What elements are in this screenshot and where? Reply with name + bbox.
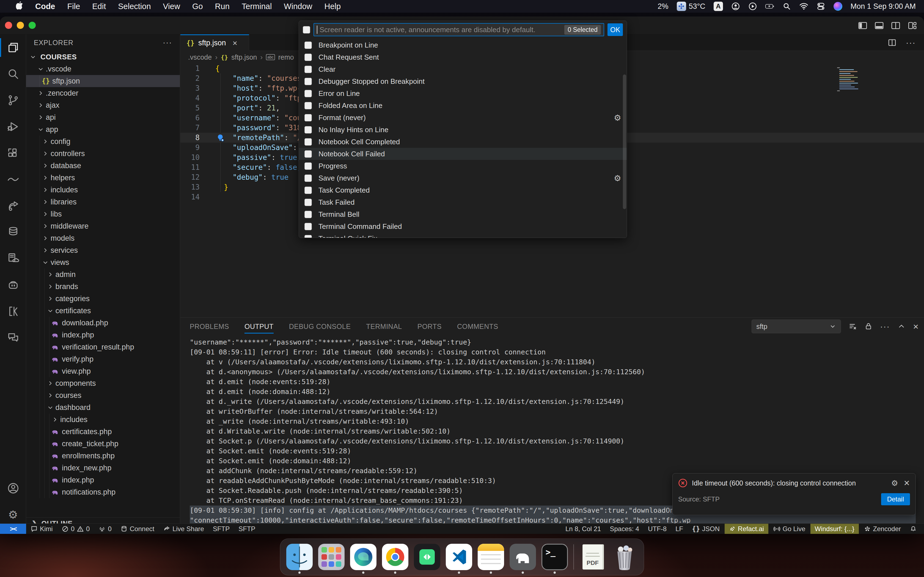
menu-item[interactable]: Terminal [236,2,278,11]
activity-explorer-icon[interactable] [0,34,26,61]
status-item-sftp[interactable]: SFTP [234,524,260,534]
dock-app-terminal[interactable]: >_ [541,544,568,570]
tree-file-index-php[interactable]: index.php [26,474,180,486]
panel-tab-debug-console[interactable]: DEBUG CONSOLE [289,318,351,335]
dock-app-finder[interactable] [286,544,313,570]
tree-file-index-new-php[interactable]: index_new.php [26,462,180,474]
item-checkbox[interactable] [304,126,312,134]
menu-item[interactable]: Help [318,2,347,11]
quickpick-item-save-never-[interactable]: Save (never)⚙ [299,172,627,184]
tree-folder-brands[interactable]: brands [26,280,180,293]
panel-tab-problems[interactable]: PROBLEMS [190,318,229,335]
quickpick-item-clear[interactable]: Clear [299,63,627,75]
account-icon[interactable] [731,2,740,11]
tree-file-index-php[interactable]: index.php [26,329,180,341]
status-item-sftp[interactable]: SFTP [208,524,234,534]
dock-app-trash[interactable] [611,544,638,570]
status-item-0[interactable]: 00 [57,524,94,534]
dock-app-launchpad[interactable] [318,544,344,570]
tree-file-verify-php[interactable]: verify.php [26,353,180,365]
quickpick-item-notebook-cell-failed[interactable]: Notebook Cell Failed [299,148,627,160]
status-item-spaces-4[interactable]: Spaces: 4 [605,524,643,534]
spotlight-search-icon[interactable] [782,2,791,11]
notification-settings-gear-icon[interactable]: ⚙ [891,479,898,488]
tree-folder-includes[interactable]: includes [26,414,180,425]
activity-comments-icon[interactable] [0,324,26,351]
dock-app-vscode[interactable] [446,544,472,570]
output-channel-select[interactable]: sftp [751,319,841,333]
tree-file-enrollments-php[interactable]: enrollments.php [26,450,180,462]
quickpick-item-chat-request-sent[interactable]: Chat Request Sent [299,51,627,63]
tree-folder-config[interactable]: config [26,135,180,148]
fan-temp-icon[interactable]: ✣ [677,2,686,11]
item-checkbox[interactable] [304,223,312,230]
activity-run-debug-icon[interactable] [0,113,26,140]
tree-folder-includes[interactable]: includes [26,184,180,196]
breadcrumb-symbol[interactable]: remo [278,53,294,61]
tree-folder-models[interactable]: models [26,232,180,244]
tree-folder--zencoder[interactable]: .zencoder [26,87,180,99]
quickpick-input[interactable]: Screen reader is not active, announcemen… [313,23,604,36]
item-checkbox[interactable] [304,138,312,146]
status-item-json[interactable]: {}JSON [688,524,724,534]
quickpick-item-task-failed[interactable]: Task Failed [299,196,627,208]
tree-folder-categories[interactable]: categories [26,293,180,305]
item-checkbox[interactable] [304,53,312,61]
activity-search-icon[interactable] [0,61,26,87]
item-checkbox[interactable] [304,150,312,158]
quickpick-item-progress[interactable]: Progress [299,160,627,172]
activity-accounts-icon[interactable] [0,475,26,501]
item-checkbox[interactable] [304,78,312,85]
tree-folder-libs[interactable]: libs [26,208,180,220]
dock-app-forklift[interactable] [414,544,440,570]
tree-folder-database[interactable]: database [26,160,180,172]
breadcrumb-folder[interactable]: .vscode [188,53,212,61]
quickpick-item-format-never-[interactable]: Format (never)⚙ [299,111,627,124]
status-item-0[interactable]: 0 [94,524,116,534]
quickpick-item-notebook-cell-completed[interactable]: Notebook Cell Completed [299,136,627,148]
activity-source-control-icon[interactable] [0,87,26,113]
item-checkbox[interactable] [304,102,312,110]
status-item-windsurf-[interactable]: Windsurf: {...} [811,524,859,534]
status-item-live-share[interactable]: Live Share [159,524,208,534]
tree-file-sftp-json[interactable]: {}sftp.json [26,75,180,87]
quickpick-item-task-completed[interactable]: Task Completed [299,184,627,196]
menu-bar-clock[interactable]: Mon 1 Sep 9:00 AM [851,2,916,11]
tree-file-certificates-php[interactable]: certificates.php [26,425,180,438]
wifi-icon[interactable] [800,2,808,11]
select-all-checkbox[interactable] [303,26,310,34]
ok-button[interactable]: OK [607,23,623,36]
quickpick-item-terminal-quick-fix[interactable]: Terminal Quick Fix [299,232,627,238]
tree-file-download-php[interactable]: download.php [26,317,180,329]
quickpick-item-folded-area-on-line[interactable]: Folded Area on Line [299,100,627,111]
status-item-utf-8[interactable]: UTF-8 [643,524,671,534]
status-item-ln-8-col-21[interactable]: Ln 8, Col 21 [561,524,605,534]
status-item-kimi[interactable]: Kimi [26,524,57,534]
panel-tab-ports[interactable]: PORTS [417,318,442,335]
minimize-window-button[interactable] [17,22,24,29]
status-item-refact-ai[interactable]: Refact.ai [725,524,768,534]
zoom-window-button[interactable] [29,22,36,29]
tree-folder-admin[interactable]: admin [26,268,180,280]
dock-app-notes[interactable] [478,544,504,570]
close-window-button[interactable] [5,22,12,29]
dock-app-mamp[interactable] [510,544,536,570]
item-settings-gear-icon[interactable]: ⚙ [614,173,621,183]
dock-app-chrome[interactable] [382,544,409,570]
menu-item[interactable]: File [61,2,86,11]
item-checkbox[interactable] [304,66,312,73]
tree-file-create-ticket-php[interactable]: create_ticket.php [26,438,180,450]
clear-output-icon[interactable] [849,322,857,330]
activity-kimi-icon[interactable] [0,298,26,324]
toggle-secondary-sidebar-icon[interactable] [890,20,901,31]
remote-indicator[interactable]: >< [0,524,26,534]
menu-item-code[interactable]: Code [29,2,61,11]
item-checkbox[interactable] [304,187,312,194]
activity-zencoder-robot-icon[interactable] [0,272,26,298]
item-checkbox[interactable] [304,114,312,121]
item-checkbox[interactable] [304,90,312,97]
menu-item[interactable]: Go [186,2,209,11]
status-item-go-live[interactable]: Go Live [769,524,810,534]
close-panel-icon[interactable]: × [913,321,919,332]
item-checkbox[interactable] [304,163,312,170]
